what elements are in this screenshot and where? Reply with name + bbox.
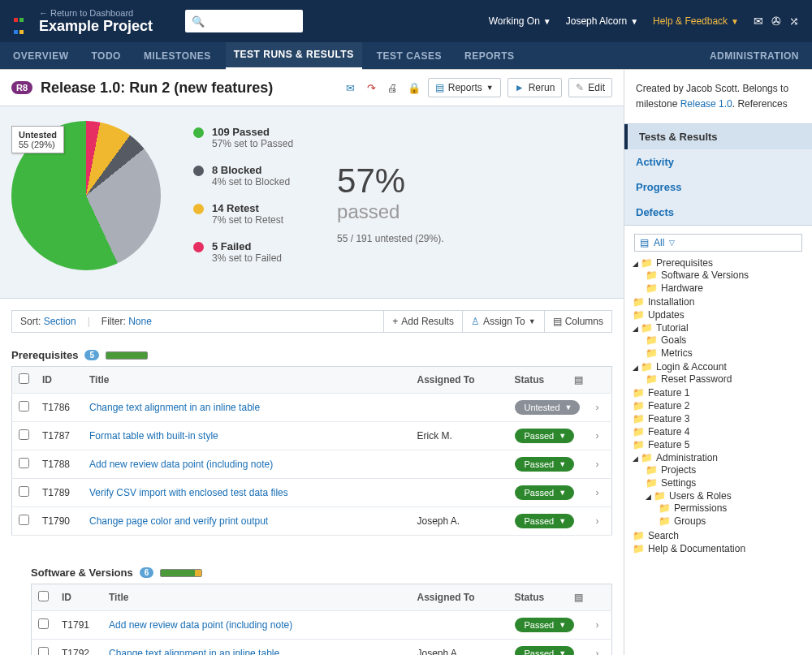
status-pill[interactable]: Passed ▼ — [515, 646, 575, 655]
column-options-icon[interactable]: ▤ — [574, 374, 583, 386]
nav-todo[interactable]: TODO — [91, 42, 120, 70]
side-tab-progress[interactable]: Progress — [624, 175, 812, 200]
filter-link[interactable]: None — [128, 316, 152, 327]
row-checkbox[interactable] — [38, 618, 49, 629]
status-pill[interactable]: Passed ▼ — [515, 429, 575, 443]
reports-dropdown[interactable]: ▤Reports▼ — [428, 78, 501, 97]
nav-admin[interactable]: ADMINISTRATION — [710, 42, 799, 70]
lock-icon[interactable]: 🔒 — [407, 80, 421, 95]
test-title-link[interactable]: Change text alignment in an inline table — [89, 402, 260, 413]
row-checkbox[interactable] — [19, 401, 29, 412]
status-pill[interactable]: Passed ▼ — [515, 514, 575, 528]
tree-node[interactable]: Reset Password — [661, 373, 732, 385]
mail-icon[interactable]: ✉ — [754, 15, 763, 28]
test-title-link[interactable]: Change page color and verify print outpu… — [89, 515, 268, 527]
nav-reports[interactable]: REPORTS — [464, 42, 515, 70]
tree-node[interactable]: Settings — [661, 477, 696, 489]
tree-node[interactable]: Projects — [661, 464, 696, 476]
select-all-checkbox[interactable] — [19, 373, 29, 384]
side-tab-activity[interactable]: Activity — [624, 149, 812, 175]
tree-node[interactable]: Feature 4 — [648, 426, 689, 437]
tree-node[interactable]: Feature 1 — [648, 387, 689, 399]
row-checkbox[interactable] — [19, 515, 29, 525]
tree-caret[interactable]: ◢ — [633, 325, 641, 333]
search-input[interactable]: 🔍 — [185, 10, 303, 32]
twitter-icon[interactable]: ✇ — [771, 15, 781, 28]
status-legend: 109 Passed57% set to Passed 8 Blocked4% … — [193, 121, 293, 278]
passed-percentage: 57% passed 55 / 191 untested (29%). — [337, 121, 443, 278]
assigned-to — [411, 450, 508, 479]
status-pill[interactable]: Passed ▼ — [515, 618, 575, 632]
tree-filter-dropdown[interactable]: ▤ All ▽ — [634, 234, 802, 252]
user-menu[interactable]: Joseph Alcorn▼ — [566, 15, 638, 27]
tree-caret[interactable]: ◢ — [633, 364, 641, 372]
rss-icon[interactable]: ⤮ — [789, 15, 799, 28]
column-options-icon[interactable]: ▤ — [574, 592, 583, 603]
export-icon[interactable]: ↷ — [365, 80, 379, 95]
test-title-link[interactable]: Verify CSV import with enclosed test dat… — [89, 487, 288, 498]
status-pill[interactable]: Passed ▼ — [515, 457, 575, 472]
row-expand-icon[interactable]: › — [590, 479, 612, 507]
tree-node[interactable]: Hardware — [661, 282, 703, 294]
help-feedback-link[interactable]: Help & Feedback▼ — [653, 15, 739, 27]
row-checkbox[interactable] — [19, 458, 29, 468]
nav-overview[interactable]: OVERVIEW — [13, 42, 68, 70]
test-title-link[interactable]: Add new review data point (including not… — [89, 459, 273, 470]
working-on-dropdown[interactable]: Working On▼ — [489, 15, 551, 27]
row-expand-icon[interactable]: › — [590, 450, 612, 479]
edit-button[interactable]: ✎Edit — [568, 78, 612, 97]
select-all-checkbox[interactable] — [38, 591, 49, 601]
assign-to-button[interactable]: ♙Assign To▼ — [462, 311, 544, 332]
tree-node[interactable]: Search — [648, 530, 679, 541]
row-expand-icon[interactable]: › — [590, 394, 612, 422]
tree-node[interactable]: Feature 2 — [648, 400, 689, 412]
test-title-link[interactable]: Change text alignment in an inline table — [109, 648, 279, 655]
tree-node[interactable]: Software & Versions — [661, 269, 749, 281]
columns-button[interactable]: ▤Columns — [544, 311, 611, 332]
folder-icon: 📁 — [646, 373, 658, 385]
rerun-button[interactable]: ►Rerun — [508, 78, 563, 97]
tree-node[interactable]: Metrics — [661, 347, 693, 359]
tree-node[interactable]: Feature 3 — [648, 413, 689, 424]
row-expand-icon[interactable]: › — [590, 611, 612, 640]
main-column: R8 Release 1.0: Run 2 (new features) ✉ ↷… — [0, 70, 624, 655]
row-checkbox[interactable] — [38, 647, 49, 655]
tree-node[interactable]: Login & Account — [656, 361, 727, 373]
tree-node[interactable]: Prerequisites — [656, 257, 713, 269]
sort-link[interactable]: Section — [44, 316, 76, 327]
add-results-button[interactable]: +Add Results — [383, 311, 462, 332]
tree-node[interactable]: Users & Roles — [669, 490, 732, 502]
tree-node[interactable]: Administration — [656, 452, 718, 463]
print-icon[interactable]: 🖨 — [386, 80, 400, 95]
test-title-link[interactable]: Format table with built-in style — [89, 430, 218, 442]
nav-testcases[interactable]: TEST CASES — [377, 42, 442, 70]
status-pill[interactable]: Passed ▼ — [515, 485, 575, 500]
test-id: T1788 — [36, 450, 83, 479]
tree-node[interactable]: Feature 5 — [648, 439, 689, 450]
tree-node[interactable]: Permissions — [674, 502, 727, 514]
tree-node[interactable]: Tutorial — [656, 322, 689, 334]
nav-milestones[interactable]: MILESTONES — [144, 42, 211, 70]
folder-icon: 📁 — [633, 530, 645, 541]
tree-node[interactable]: Groups — [674, 515, 706, 527]
tree-node[interactable]: Installation — [648, 296, 694, 308]
row-expand-icon[interactable]: › — [590, 640, 612, 656]
tree-node[interactable]: Help & Documentation — [648, 543, 745, 554]
test-title-link[interactable]: Add new review data point (including not… — [109, 619, 292, 631]
return-dashboard-link[interactable]: ← Return to Dashboard — [39, 8, 153, 18]
status-pill[interactable]: Untested ▼ — [515, 400, 581, 415]
row-checkbox[interactable] — [19, 486, 29, 497]
tree-caret[interactable]: ◢ — [633, 455, 641, 463]
tree-caret[interactable]: ◢ — [633, 260, 641, 268]
milestone-link[interactable]: Release 1.0 — [680, 98, 732, 110]
tree-node[interactable]: Goals — [661, 334, 686, 346]
nav-testruns[interactable]: TEST RUNS & RESULTS — [226, 42, 362, 70]
row-checkbox[interactable] — [19, 429, 29, 440]
side-tab-tests[interactable]: Tests & Results — [624, 124, 812, 149]
subscribe-icon[interactable]: ✉ — [343, 80, 358, 95]
side-tab-defects[interactable]: Defects — [624, 200, 812, 225]
tree-caret[interactable]: ◢ — [646, 493, 654, 501]
row-expand-icon[interactable]: › — [590, 422, 612, 450]
row-expand-icon[interactable]: › — [590, 507, 612, 536]
tree-node[interactable]: Updates — [648, 309, 685, 321]
